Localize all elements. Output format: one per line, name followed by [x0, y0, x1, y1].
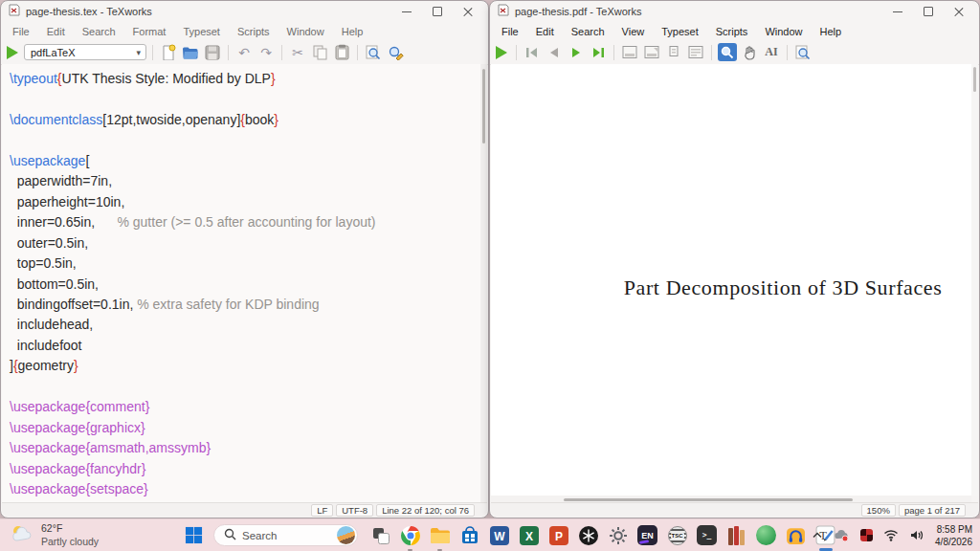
- next-page-button[interactable]: [567, 43, 586, 61]
- menu-format[interactable]: Format: [124, 26, 175, 37]
- redo-button[interactable]: ↷: [256, 43, 276, 61]
- menu-help[interactable]: Help: [333, 26, 372, 37]
- taskbar-chatgpt-icon[interactable]: [575, 522, 601, 548]
- code-line: inner=0.65in, % gutter (>= 0.5 after acc…: [10, 212, 487, 232]
- scrollbar-thumb[interactable]: [564, 498, 853, 501]
- taskbar-calibre-icon[interactable]: [724, 522, 749, 548]
- maximize-button[interactable]: [924, 7, 933, 16]
- close-button[interactable]: [954, 7, 964, 16]
- new-document-button[interactable]: [159, 43, 178, 61]
- code-line: \usepackage{fancyhdr}: [10, 459, 487, 479]
- menu-scripts[interactable]: Scripts: [229, 26, 278, 37]
- hand-button[interactable]: [740, 43, 759, 61]
- single-page-button[interactable]: [620, 43, 639, 61]
- tray-time: 8:58 PM: [935, 523, 972, 536]
- taskbar-powerpoint-icon[interactable]: P: [546, 522, 571, 548]
- menu-scripts[interactable]: Scripts: [707, 26, 757, 37]
- last-page-button[interactable]: [589, 43, 608, 61]
- window-title: page-thesis.pdf - TeXworks: [515, 6, 641, 17]
- menu-view[interactable]: View: [613, 26, 654, 37]
- scrollbar-thumb[interactable]: [973, 67, 976, 92]
- two-pages-scroll-button[interactable]: [686, 43, 705, 61]
- taskbar-chrome-icon[interactable]: [397, 522, 423, 548]
- pdf-vertical-scrollbar[interactable]: [971, 64, 978, 496]
- magnify-button[interactable]: [718, 43, 737, 61]
- code-line: \documentclass[12pt,twoside,openany]{boo…: [10, 110, 487, 130]
- taskbar-language-en-icon[interactable]: EN: [635, 522, 660, 548]
- copy-button[interactable]: [310, 43, 329, 61]
- menu-file[interactable]: File: [4, 26, 38, 37]
- code-line: \usepackage[: [10, 151, 487, 171]
- two-pages-button[interactable]: [664, 43, 683, 61]
- texworks-doc-icon: [9, 3, 20, 20]
- taskbar-tsc-icon[interactable]: TSC: [664, 522, 690, 548]
- pdf-viewport[interactable]: Part Decomposition of 3D Surfaces: [491, 64, 971, 496]
- code-editor[interactable]: \typeout{UTK Thesis Style: Modified by D…: [2, 64, 487, 503]
- tray-chevron-icon[interactable]: [812, 530, 823, 541]
- minimize-button[interactable]: [893, 7, 902, 16]
- menu-edit[interactable]: Edit: [527, 26, 563, 37]
- code-line: ]{geometry}: [10, 356, 487, 376]
- close-button[interactable]: [463, 7, 473, 16]
- menu-window[interactable]: Window: [756, 26, 811, 37]
- save-button[interactable]: [203, 43, 222, 61]
- code-line: \usepackage{amsmath,amssymb}: [10, 438, 487, 458]
- weather-widget[interactable]: 62°F Partly cloudy: [10, 519, 99, 551]
- minimize-button[interactable]: [402, 7, 412, 16]
- menu-edit[interactable]: Edit: [38, 26, 74, 37]
- previous-page-button[interactable]: [545, 43, 564, 61]
- taskbar-clock[interactable]: 8:58 PM 4/8/2026: [935, 523, 972, 548]
- taskbar-audiobooks-icon[interactable]: [783, 522, 809, 548]
- taskbar-terminal-icon[interactable]: >_: [694, 522, 720, 548]
- cut-button[interactable]: ✂: [288, 43, 307, 61]
- select-text-button[interactable]: AI: [762, 43, 781, 61]
- taskbar-word-icon[interactable]: W: [486, 522, 512, 548]
- typeset-engine-select[interactable]: pdfLaTeX ▾: [24, 44, 146, 60]
- scrollbar-thumb[interactable]: [482, 69, 485, 143]
- menu-search[interactable]: Search: [563, 26, 613, 37]
- menu-search[interactable]: Search: [74, 26, 124, 37]
- menu-typeset[interactable]: Typeset: [653, 26, 707, 37]
- volume-icon[interactable]: [909, 529, 924, 541]
- menu-help[interactable]: Help: [812, 26, 851, 37]
- taskbar-excel-icon[interactable]: X: [516, 522, 542, 548]
- taskbar-green-app-icon[interactable]: [753, 522, 779, 548]
- titlebar[interactable]: page-thesis.pdf - TeXworks: [490, 1, 979, 22]
- menu-file[interactable]: File: [493, 26, 527, 37]
- maximize-button[interactable]: [433, 7, 442, 16]
- wifi-icon[interactable]: [883, 529, 899, 541]
- search-input[interactable]: Search: [213, 524, 358, 546]
- single-page-scroll-button[interactable]: [642, 43, 661, 61]
- titlebar[interactable]: page-thesis.tex - TeXworks: [1, 1, 488, 22]
- taskbar-task-view-icon[interactable]: [368, 522, 393, 548]
- tray-grid-icon[interactable]: [860, 529, 873, 541]
- start-button[interactable]: [181, 523, 206, 548]
- first-page-button[interactable]: [523, 43, 542, 61]
- taskbar-microsoft-store-icon[interactable]: [457, 522, 482, 548]
- weather-condition: Partly cloudy: [41, 536, 99, 548]
- code-lines: \typeout{UTK Thesis Style: Modified by D…: [10, 69, 487, 503]
- tray-cloud-icon[interactable]: [834, 528, 850, 542]
- menu-window[interactable]: Window: [278, 26, 333, 37]
- weather-temp: 62°F: [41, 522, 99, 535]
- chevron-down-icon: ▾: [136, 48, 145, 57]
- search-highlight-image[interactable]: [337, 526, 355, 544]
- window-title: page-thesis.tex - TeXworks: [26, 6, 152, 17]
- undo-button[interactable]: ↶: [234, 43, 254, 61]
- code-line: includehead,: [10, 315, 487, 335]
- typeset-play-button[interactable]: [7, 46, 18, 59]
- paste-button[interactable]: [332, 43, 351, 61]
- code-line: includefoot: [10, 336, 487, 356]
- code-line: bottom=0.5in,: [10, 275, 487, 295]
- find-in-pdf-button[interactable]: [793, 43, 813, 61]
- open-button[interactable]: [181, 43, 200, 61]
- taskbar-file-explorer-icon[interactable]: [427, 522, 453, 548]
- code-line: [10, 89, 487, 109]
- find-button[interactable]: [364, 43, 383, 61]
- menu-typeset[interactable]: Typeset: [174, 26, 229, 37]
- replace-button[interactable]: [386, 43, 405, 61]
- code-line: \typeout{UTK Thesis Style: Modified by D…: [10, 69, 487, 89]
- editor-scrollbar[interactable]: [480, 64, 487, 503]
- typeset-play-button[interactable]: [496, 46, 507, 59]
- taskbar-settings-icon[interactable]: [605, 522, 631, 548]
